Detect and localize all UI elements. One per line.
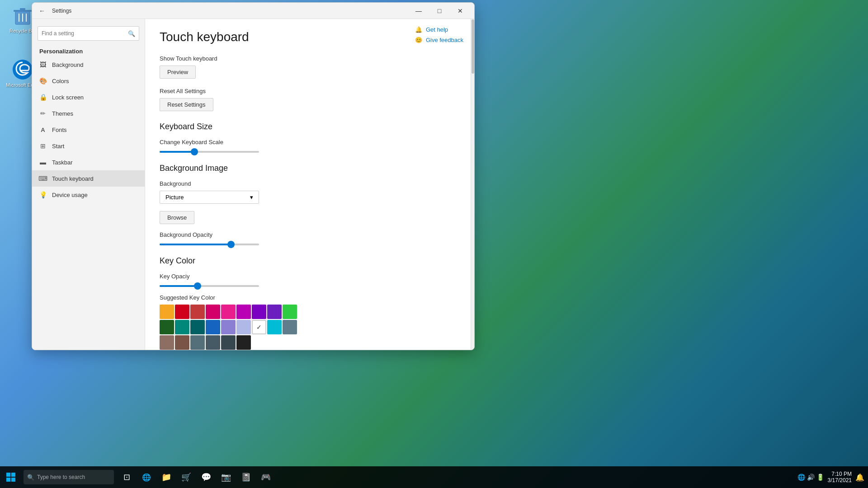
browse-section: Browse: [160, 211, 456, 224]
sidebar-label-background: Background: [52, 61, 83, 68]
photos-button[interactable]: 📷: [217, 468, 235, 486]
sidebar-label-themes: Themes: [52, 110, 73, 117]
color-swatch[interactable]: [160, 305, 174, 319]
store-button[interactable]: 🛒: [177, 468, 195, 486]
taskbar-right: 🌐 🔊 🔋 7:10 PM 3/17/2021 🔔: [797, 471, 868, 483]
color-swatch[interactable]: [236, 320, 251, 334]
page-title: Touch keyboard: [160, 30, 456, 44]
color-swatch[interactable]: [252, 320, 266, 334]
notification-button[interactable]: 🔔: [855, 473, 864, 482]
mail-button[interactable]: 💬: [197, 468, 215, 486]
taskbar-icon: ▬: [39, 159, 47, 166]
key-opacy-thumb[interactable]: [194, 282, 201, 290]
give-feedback-text: Give feedback: [426, 37, 463, 43]
window-controls: — □ ✕: [408, 3, 471, 19]
keyboard-scale-thumb[interactable]: [191, 148, 198, 155]
sidebar-item-colors[interactable]: 🎨 Colors: [32, 73, 145, 89]
color-swatch[interactable]: [221, 305, 236, 319]
sidebar-item-deviceusage[interactable]: 💡 Device usage: [32, 187, 145, 203]
color-swatch[interactable]: [206, 335, 220, 350]
color-swatch[interactable]: [283, 320, 297, 334]
search-input[interactable]: [42, 30, 128, 37]
sidebar-label-deviceusage: Device usage: [52, 192, 88, 198]
close-button[interactable]: ✕: [450, 3, 471, 19]
sidebar-item-background[interactable]: 🖼 Background: [32, 56, 145, 73]
color-swatch[interactable]: [175, 305, 189, 319]
color-swatch[interactable]: [236, 335, 251, 350]
get-help-text: Get help: [426, 26, 448, 33]
themes-icon: ✏: [39, 110, 47, 117]
key-opacy-section: Key Opaciy: [160, 273, 456, 287]
sidebar-item-touchkeyboard[interactable]: ⌨ Touch keyboard: [32, 170, 145, 187]
sidebar-label-fonts: Fonts: [52, 127, 67, 133]
color-swatch[interactable]: [190, 320, 205, 334]
sidebar-label-colors: Colors: [52, 78, 69, 84]
explorer-button[interactable]: 📁: [157, 468, 175, 486]
color-swatch[interactable]: [190, 335, 205, 350]
edge-taskbar-button[interactable]: 🌐: [137, 468, 156, 486]
background-image-heading: Background Image: [160, 164, 456, 173]
network-icon[interactable]: 🌐: [797, 474, 805, 481]
back-button[interactable]: ←: [36, 5, 48, 17]
sidebar-item-taskbar[interactable]: ▬ Taskbar: [32, 154, 145, 170]
color-swatch[interactable]: [206, 320, 220, 334]
give-feedback-link[interactable]: 😊 Give feedback: [415, 37, 463, 43]
background-opacity-section: Background Opacity: [160, 231, 456, 245]
color-swatch[interactable]: [221, 335, 236, 350]
sidebar-item-themes[interactable]: ✏ Themes: [32, 105, 145, 122]
deviceusage-icon: 💡: [39, 191, 47, 198]
recycle-bin-image: [12, 5, 33, 26]
color-swatch[interactable]: [267, 305, 282, 319]
color-swatch[interactable]: [283, 305, 297, 319]
taskbar-search-box[interactable]: 🔍 Type here to search: [24, 470, 114, 484]
sidebar-item-start[interactable]: ⊞ Start: [32, 138, 145, 154]
scroll-indicator[interactable]: [471, 19, 474, 350]
desktop: Recycle Bin Microsoft Edge ← Settings — …: [0, 0, 868, 488]
opacity-thumb[interactable]: [227, 241, 235, 248]
sidebar-label-touchkeyboard: Touch keyboard: [52, 175, 94, 182]
feedback-icon: 😊: [415, 37, 422, 43]
svg-rect-7: [6, 473, 10, 477]
color-swatch[interactable]: [252, 305, 266, 319]
get-help-link[interactable]: 🔔 Get help: [415, 26, 463, 33]
minimize-button[interactable]: —: [408, 3, 429, 19]
suggested-key-color-section: Suggested Key Color: [160, 294, 456, 350]
color-swatch[interactable]: [267, 320, 282, 334]
sidebar-item-fonts[interactable]: A Fonts: [32, 122, 145, 138]
color-swatch[interactable]: [190, 305, 205, 319]
reset-button[interactable]: Reset Settings: [160, 98, 213, 111]
main-content: 🔔 Get help 😊 Give feedback Touch keyboar…: [145, 19, 471, 350]
notepad-button[interactable]: 📓: [237, 468, 255, 486]
sidebar-item-lockscreen[interactable]: 🔒 Lock screen: [32, 89, 145, 105]
sidebar-search[interactable]: 🔍: [38, 26, 139, 41]
start-button[interactable]: [0, 466, 22, 488]
color-swatch[interactable]: [175, 320, 189, 334]
start-icon: ⊞: [39, 142, 47, 150]
color-swatch[interactable]: [160, 335, 174, 350]
preview-button[interactable]: Preview: [160, 66, 196, 79]
help-icon: 🔔: [415, 26, 422, 33]
window-body: 🔍 Personalization 🖼 Background 🎨 Colors …: [32, 19, 474, 350]
color-swatch[interactable]: [206, 305, 220, 319]
opacity-fill: [160, 244, 231, 245]
opacity-label: Background Opacity: [160, 231, 456, 238]
color-swatch[interactable]: [236, 305, 251, 319]
color-swatch[interactable]: [160, 320, 174, 334]
color-swatch[interactable]: [221, 320, 236, 334]
color-swatch[interactable]: [175, 335, 189, 350]
taskbar-clock[interactable]: 7:10 PM 3/17/2021: [828, 471, 852, 483]
battery-icon[interactable]: 🔋: [816, 474, 824, 481]
task-view-button[interactable]: ⊡: [118, 468, 136, 486]
game-button[interactable]: 🎮: [257, 468, 275, 486]
keyboard-size-heading: Keyboard Size: [160, 122, 456, 131]
background-dropdown[interactable]: Picture ▾: [160, 191, 259, 204]
lockscreen-icon: 🔒: [39, 94, 47, 101]
browse-button[interactable]: Browse: [160, 211, 194, 224]
maximize-button[interactable]: □: [429, 3, 450, 19]
taskbar-search-placeholder: Type here to search: [37, 474, 85, 480]
suggested-label: Suggested Key Color: [160, 294, 456, 301]
show-label: Show Touch keyboard: [160, 55, 456, 62]
taskbar: 🔍 Type here to search ⊡ 🌐 📁 🛒 💬 📷 📓 🎮 🌐 …: [0, 466, 868, 488]
sidebar-section-title: Personalization: [32, 44, 145, 56]
volume-icon[interactable]: 🔊: [807, 474, 815, 481]
